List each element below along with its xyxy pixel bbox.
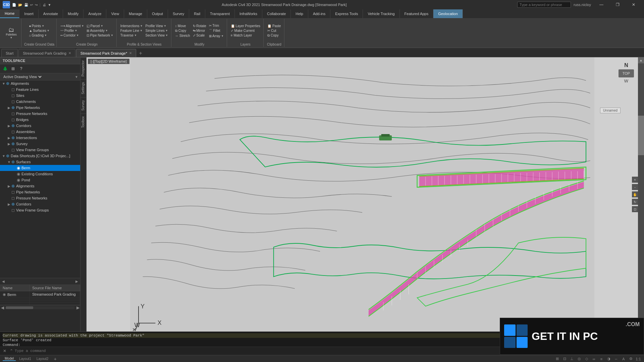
scale-button[interactable]: ⤢ Scale bbox=[192, 33, 207, 38]
tab-help[interactable]: Help bbox=[291, 9, 308, 18]
scroll-up-btn[interactable]: ▲ bbox=[638, 57, 644, 63]
qat-save[interactable]: 💾 bbox=[24, 3, 28, 7]
tree-pn2[interactable]: ◻ Pipe Networks bbox=[0, 189, 80, 195]
paste-button[interactable]: 📋 Paste bbox=[266, 24, 282, 28]
tab-view[interactable]: View bbox=[106, 9, 124, 18]
tree-sites[interactable]: ◻ Sites bbox=[0, 93, 80, 99]
drawing-area[interactable]: [-][Top][2D Wireframe] bbox=[87, 57, 644, 331]
feature-line-button[interactable]: Feature Line ▼ bbox=[119, 28, 144, 33]
view-dropdown[interactable]: Active Drawing View bbox=[2, 74, 43, 79]
section-view-button[interactable]: Section View ▼ bbox=[144, 33, 169, 38]
traverse-button[interactable]: Traverse ▼ bbox=[119, 33, 144, 38]
pan-icon[interactable]: ✋ bbox=[632, 191, 638, 197]
tab-insert[interactable]: Insert bbox=[19, 9, 39, 18]
rotate-button[interactable]: ↻ Rotate bbox=[192, 24, 207, 28]
tab-featured[interactable]: Featured Apps bbox=[400, 9, 434, 18]
tree-data-shortcuts[interactable]: ▼ ⊕ Data Shortcuts [C:\Civil 3D Projec..… bbox=[0, 153, 80, 159]
profile-view-button[interactable]: Profile View ▼ bbox=[144, 24, 169, 28]
grading-button[interactable]: ⌂Grading ▼ bbox=[28, 33, 50, 38]
tab-manage[interactable]: Manage bbox=[124, 9, 147, 18]
layout2-tab[interactable]: Layout2 bbox=[35, 357, 51, 361]
zoom-out-icon[interactable]: - bbox=[632, 184, 638, 190]
prop-scroll-left[interactable]: ◀ bbox=[0, 305, 5, 310]
selection-toggle[interactable]: ↔ bbox=[613, 356, 619, 362]
model-tab[interactable]: Model bbox=[3, 357, 16, 361]
tab-output[interactable]: Output bbox=[147, 9, 168, 18]
maximize-button[interactable]: ❐ bbox=[610, 0, 625, 9]
add-layout-btn[interactable]: + bbox=[52, 356, 58, 362]
cmd-expand-btn[interactable]: ⌃ bbox=[8, 348, 15, 354]
qat-open[interactable]: 📂 bbox=[18, 3, 22, 7]
close-button[interactable]: ✕ bbox=[626, 0, 641, 9]
tab-vehicle[interactable]: Vehicle Tracking bbox=[363, 9, 399, 18]
tree-feature-lines[interactable]: ◻ Feature Lines bbox=[0, 86, 80, 93]
tab-annotate[interactable]: Annotate bbox=[39, 9, 63, 18]
tab-geolocation[interactable]: Geolocation bbox=[433, 9, 463, 18]
stretch-button[interactable]: ↔ Stretch bbox=[174, 34, 191, 38]
qat-extra[interactable]: ▼ bbox=[48, 3, 51, 7]
units-btn[interactable]: 1:1 bbox=[635, 356, 641, 362]
viewport-scrollbar[interactable]: ▲ ▼ bbox=[638, 57, 644, 331]
snap-toggle[interactable]: ⊡ bbox=[561, 356, 568, 362]
extent-icon[interactable]: ⊡ bbox=[632, 206, 638, 212]
palettes-button[interactable]: 🗂 Palettes ▼ bbox=[4, 26, 18, 40]
polar-toggle[interactable]: ◎ bbox=[576, 356, 582, 362]
copy-clip-button[interactable]: ⧉ Copy bbox=[266, 33, 282, 38]
tab-drainage-close[interactable]: ✕ bbox=[129, 51, 132, 55]
move-button[interactable]: ↕ Move bbox=[174, 24, 191, 28]
tree-alignments2[interactable]: ▶ ⊕ Alignments bbox=[0, 183, 80, 189]
tree-pipe-networks[interactable]: ▶ ⊕ Pipe Networks bbox=[0, 105, 80, 111]
copy-button[interactable]: ⧉ Copy bbox=[174, 28, 191, 33]
corridor-button[interactable]: ═Corridor ▼ bbox=[59, 33, 85, 38]
tree-vfg[interactable]: ◻ View Frame Groups bbox=[0, 147, 80, 153]
otrack-toggle[interactable]: ∞ bbox=[591, 356, 597, 362]
tab-transparent[interactable]: Transparent bbox=[205, 9, 235, 18]
tab-modify[interactable]: Modify bbox=[63, 9, 84, 18]
annotation-toggle[interactable]: A bbox=[621, 356, 627, 362]
zoom-in-icon[interactable]: + bbox=[632, 177, 638, 183]
tab-start[interactable]: Start bbox=[1, 49, 18, 57]
qat-undo[interactable]: ↩ bbox=[30, 3, 33, 7]
drawing-canvas[interactable]: W Y X ✕ bbox=[87, 57, 638, 331]
search-input[interactable] bbox=[517, 2, 571, 8]
qat-plot[interactable]: 🖨 bbox=[43, 3, 46, 7]
tree-alignments[interactable]: ▼ ⊕ Alignments bbox=[0, 80, 80, 86]
tab-grading[interactable]: Streamwood Park Grading ✕ bbox=[18, 49, 75, 57]
tree-pressure2[interactable]: ◻ Pressure Networks bbox=[0, 195, 80, 201]
side-label-settings[interactable]: Settings bbox=[80, 79, 86, 97]
tab-express[interactable]: Express Tools bbox=[330, 9, 363, 18]
tree-corridors[interactable]: ▶ ⊕ Corridors bbox=[0, 123, 80, 129]
tab-addins[interactable]: Add-ins bbox=[308, 9, 330, 18]
tab-rail[interactable]: Rail bbox=[189, 9, 205, 18]
assembly-button[interactable]: ⊞Assembly ▼ bbox=[86, 28, 114, 33]
profile-button[interactable]: 〰Profile ▼ bbox=[59, 28, 85, 33]
intersections-button[interactable]: Intersections ▼ bbox=[119, 24, 144, 28]
fillet-button[interactable]: ⌒ Fillet bbox=[208, 28, 225, 34]
ts-btn-grid[interactable]: ⊞ bbox=[9, 65, 17, 72]
osnap-toggle[interactable]: ◇ bbox=[584, 356, 590, 362]
tab-drainage[interactable]: Streamwood Park Drainage* ✕ bbox=[76, 49, 136, 57]
tab-home[interactable]: Home bbox=[0, 9, 19, 18]
match-layer-button[interactable]: ≡ Match Layer bbox=[230, 33, 261, 38]
tree-berm[interactable]: ◉ Berm bbox=[0, 165, 80, 171]
parcel-button[interactable]: ◱Parcel ▼ bbox=[86, 24, 114, 28]
alignment-button[interactable]: ⟶Alignment ▼ bbox=[59, 24, 85, 28]
grid-toggle[interactable]: ⊞ bbox=[554, 356, 560, 362]
tree-pond[interactable]: ◉ Pond bbox=[0, 177, 80, 183]
scroll-right-btn[interactable]: ▶ bbox=[74, 279, 79, 284]
prop-scroll-right[interactable]: ▶ bbox=[75, 305, 80, 310]
ts-btn-tree[interactable]: 🌲 bbox=[1, 65, 9, 72]
qat-redo[interactable]: ↪ bbox=[35, 3, 38, 7]
mirror-button[interactable]: ⇆ Mirror bbox=[192, 28, 207, 33]
pipe-network-button[interactable]: ⊡Pipe Network ▼ bbox=[86, 33, 114, 38]
make-current-button[interactable]: ✓ Make Current bbox=[230, 28, 261, 33]
tab-analyze[interactable]: Analyze bbox=[84, 9, 106, 18]
cut-button[interactable]: ✂ Cut bbox=[266, 28, 282, 33]
layer-props-button[interactable]: 📋 Layer Properties bbox=[230, 24, 261, 28]
array-button[interactable]: ⊞ Array ▼ bbox=[208, 34, 225, 38]
lineweight-toggle[interactable]: ≡ bbox=[598, 356, 604, 362]
tree-assemblies[interactable]: ◻ Assemblies bbox=[0, 129, 80, 135]
surfaces-button[interactable]: ▲Surfaces ▼ bbox=[28, 28, 50, 33]
layout1-tab[interactable]: Layout1 bbox=[17, 357, 33, 361]
ortho-toggle[interactable]: ⊥ bbox=[569, 356, 575, 362]
